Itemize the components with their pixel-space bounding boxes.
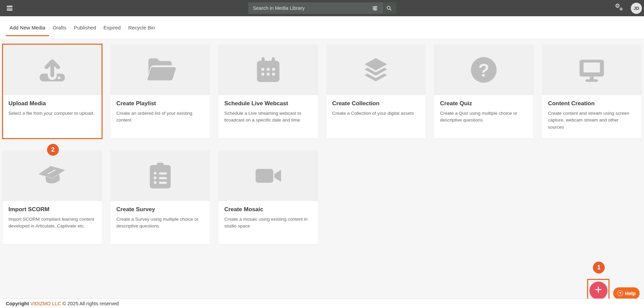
card-title: Content Creation <box>548 100 636 107</box>
card-title: Create Survey <box>116 206 204 213</box>
footer: Copyright VIDIZMO LLC © 2025 All rights … <box>0 299 644 308</box>
card-body: Import SCORMImport SCORM compliant learn… <box>3 201 102 244</box>
video-camera-icon <box>219 150 318 201</box>
card-title: Upload Media <box>8 100 96 107</box>
card-create-playlist[interactable]: Create PlaylistCreate an ordered list of… <box>111 44 210 138</box>
card-create-survey[interactable]: Create SurveyCreate a Survey using multi… <box>111 150 210 244</box>
avatar[interactable]: JD <box>631 3 642 14</box>
upload-icon <box>3 44 102 95</box>
help-icon: ? <box>617 290 623 296</box>
help-button[interactable]: ? Help <box>613 287 640 299</box>
tab-published[interactable]: Published <box>70 16 100 39</box>
search-input[interactable] <box>248 2 368 14</box>
card-body: Create SurveyCreate a Survey using multi… <box>111 201 210 244</box>
tab-expired[interactable]: Expired <box>100 16 125 39</box>
folder-open-icon <box>111 44 210 95</box>
search-icon[interactable] <box>382 2 396 14</box>
tab-recycle-bin[interactable]: Recycle Bin <box>125 16 159 39</box>
graduation-cap-icon <box>3 150 102 201</box>
plus-icon: + <box>595 284 602 296</box>
svg-text:?: ? <box>478 60 489 80</box>
fab-highlight-box: + <box>587 279 609 299</box>
settings-gears-icon[interactable]: ⚙⚙ <box>615 3 625 13</box>
topbar-right: ⚙⚙ JD <box>615 3 642 14</box>
layers-icon <box>327 44 426 95</box>
card-upload-media[interactable]: Upload MediaSelect a file from your comp… <box>3 44 102 138</box>
calendar-icon <box>219 44 318 95</box>
card-title: Import SCORM <box>8 206 96 213</box>
card-create-quiz[interactable]: ?Create QuizCreate a Quiz using multiple… <box>434 44 533 138</box>
add-fab-button[interactable]: + <box>590 282 607 299</box>
card-description: Create content and stream using screen c… <box>548 110 636 131</box>
card-body: Create MosaicCreate a mosaic using exist… <box>219 201 318 244</box>
help-label: Help <box>625 291 636 296</box>
card-body: Create PlaylistCreate an ordered list of… <box>111 95 210 138</box>
copyright-label: Copyright <box>6 301 29 306</box>
card-description: Schedule a Live streaming webcast to bro… <box>224 110 312 124</box>
company-link[interactable]: VIDIZMO LLC <box>30 301 61 306</box>
card-body: Create QuizCreate a Quiz using multiple … <box>434 95 533 138</box>
step-2-badge: 2 <box>47 144 59 156</box>
content-area: Upload MediaSelect a file from your comp… <box>0 39 644 299</box>
tab-drafts[interactable]: Drafts <box>49 16 70 39</box>
card-grid: Upload MediaSelect a file from your comp… <box>0 39 644 244</box>
monitor-icon <box>542 44 641 95</box>
card-description: Create a mosaic using existing content i… <box>224 216 312 230</box>
card-body: Upload MediaSelect a file from your comp… <box>3 95 102 138</box>
card-description: Create an ordered list of your existing … <box>116 110 204 124</box>
card-body: Schedule Live WebcastSchedule a Live str… <box>219 95 318 138</box>
card-title: Create Playlist <box>116 100 204 107</box>
card-title: Create Collection <box>332 100 420 107</box>
tab-bar: Add New MediaDraftsPublishedExpiredRecyc… <box>0 16 644 39</box>
card-body: Content CreationCreate content and strea… <box>542 95 641 138</box>
card-title: Create Mosaic <box>224 206 312 213</box>
menu-icon[interactable] <box>7 4 16 13</box>
card-description: Import SCORM compliant learning content … <box>8 216 96 230</box>
card-schedule-live-webcast[interactable]: Schedule Live WebcastSchedule a Live str… <box>219 44 318 138</box>
card-create-mosaic[interactable]: Create MosaicCreate a mosaic using exist… <box>219 150 318 244</box>
filter-icon[interactable] <box>368 2 382 14</box>
card-description: Create a Collection of your digital asse… <box>332 110 420 117</box>
card-title: Schedule Live Webcast <box>224 100 312 107</box>
rights-text: © 2025 All rights reserved <box>63 301 119 306</box>
top-bar: ⚙⚙ JD <box>0 0 644 16</box>
card-import-scorm[interactable]: Import SCORMImport SCORM compliant learn… <box>3 150 102 244</box>
card-create-collection[interactable]: Create CollectionCreate a Collection of … <box>327 44 426 138</box>
tab-add-new-media[interactable]: Add New Media <box>6 16 49 39</box>
search-bar <box>248 2 396 14</box>
card-title: Create Quiz <box>440 100 528 107</box>
card-content-creation[interactable]: Content CreationCreate content and strea… <box>542 44 641 138</box>
step-1-badge: 1 <box>593 262 605 273</box>
card-description: Select a file from your computer to uplo… <box>8 110 96 117</box>
card-body: Create CollectionCreate a Collection of … <box>327 95 426 138</box>
survey-icon <box>111 150 210 201</box>
question-circle-icon: ? <box>434 44 533 95</box>
card-description: Create a Survey using multiple choice or… <box>116 216 204 230</box>
card-description: Create a Quiz using multiple choice or d… <box>440 110 528 124</box>
